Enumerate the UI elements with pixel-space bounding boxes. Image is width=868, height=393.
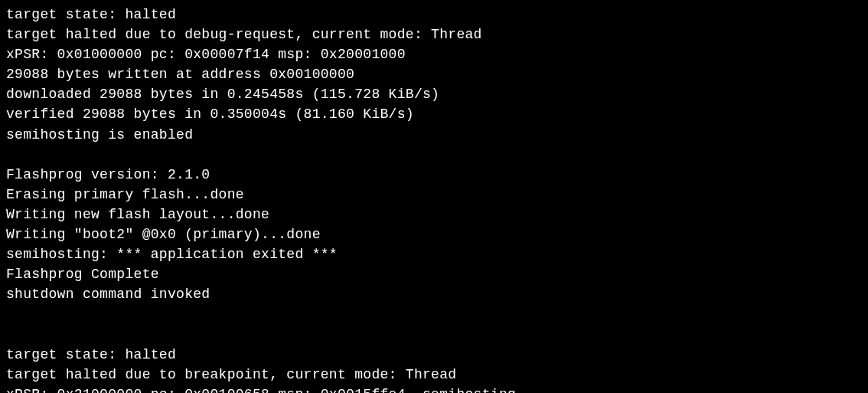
terminal-line: verified 29088 bytes in 0.350004s (81.16… [6,104,862,124]
terminal-line: xPSR: 0x01000000 pc: 0x00007f14 msp: 0x2… [6,44,862,64]
terminal-line: semihosting is enabled [6,125,862,145]
terminal-line: downloaded 29088 bytes in 0.245458s (115… [6,84,862,104]
terminal-line: xPSR: 0x21000000 pc: 0x00100658 msp: 0x0… [6,385,862,393]
terminal-line: target state: halted [6,345,862,365]
terminal-line: semihosting: *** application exited *** [6,244,862,264]
terminal-line: Flashprog version: 2.1.0 [6,165,862,185]
terminal-line: target halted due to breakpoint, current… [6,365,862,385]
terminal-line: 29088 bytes written at address 0x0010000… [6,64,862,84]
terminal-line: Writing "boot2" @0x0 (primary)...done [6,224,862,244]
terminal-line: Writing new flash layout...done [6,205,862,224]
terminal-output: target state: halted target halted due t… [0,0,868,393]
terminal-line [6,145,862,165]
terminal-line: shutdown command invoked [6,284,862,304]
terminal-line: target state: halted [6,5,862,25]
terminal-line [6,304,862,324]
terminal-line: Flashprog Complete [6,264,862,284]
terminal-line: target halted due to debug-request, curr… [6,25,862,44]
terminal-line [6,325,862,345]
terminal-line: Erasing primary flash...done [6,185,862,205]
